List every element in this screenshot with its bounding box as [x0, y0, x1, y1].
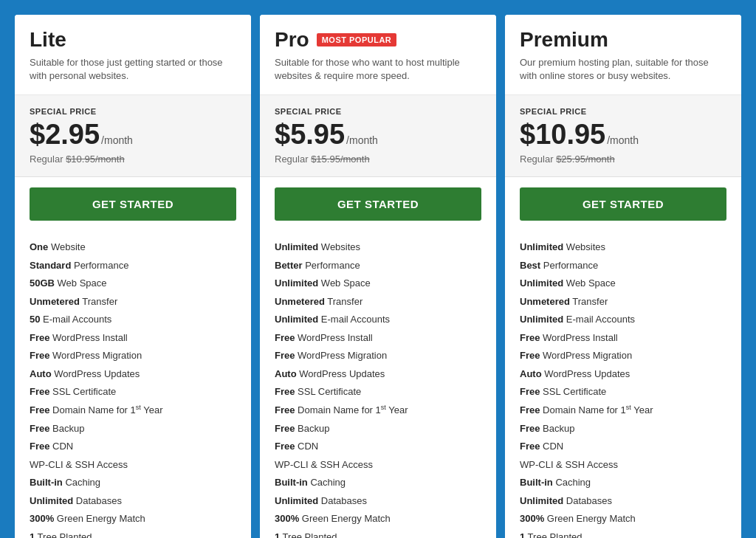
feature-item: Free Domain Name for 1st Year	[275, 403, 481, 418]
feature-item: Built-in Caching	[30, 475, 236, 490]
price-amount-lite: $2.95	[30, 119, 100, 151]
feature-item: Auto WordPress Updates	[520, 367, 726, 382]
plans-container: LiteSuitable for those just getting star…	[15, 15, 741, 538]
feature-item: Unmetered Transfer	[30, 294, 236, 309]
feature-item: Free WordPress Install	[520, 331, 726, 345]
feature-item: Unlimited Websites	[275, 240, 481, 255]
plan-card-pro: ProMOST POPULARSuitable for those who wa…	[260, 15, 496, 538]
plan-title-pro: Pro	[275, 28, 309, 52]
feature-item: Free CDN	[30, 439, 236, 454]
feature-item: Free WordPress Migration	[275, 348, 481, 363]
feature-item: Unmetered Transfer	[275, 294, 481, 309]
feature-item: Unlimited Databases	[275, 494, 481, 508]
plan-pricing-pro: SPECIAL PRICE$5.95/monthRegular $15.95/m…	[260, 95, 496, 177]
plan-description-pro: Suitable for those who want to host mult…	[275, 56, 481, 83]
feature-item: Better Performance	[275, 258, 481, 273]
plan-card-premium: PremiumOur premium hosting plan, suitabl…	[505, 15, 741, 538]
price-regular-pro: Regular $15.95/month	[275, 154, 481, 165]
plan-features-pro: Unlimited WebsitesBetter PerformanceUnli…	[260, 231, 496, 538]
special-price-label-pro: SPECIAL PRICE	[275, 107, 481, 116]
plan-pricing-premium: SPECIAL PRICE$10.95/monthRegular $25.95/…	[505, 95, 741, 177]
price-regular-premium: Regular $25.95/month	[520, 154, 726, 165]
feature-item: Free CDN	[275, 439, 481, 454]
plan-header-premium: PremiumOur premium hosting plan, suitabl…	[505, 15, 741, 95]
feature-item: Free Backup	[520, 421, 726, 436]
feature-item: Unlimited Databases	[520, 494, 726, 508]
get-started-button-premium[interactable]: GET STARTED	[520, 187, 726, 221]
plan-title-premium: Premium	[520, 28, 608, 52]
feature-item: Free SSL Certificate	[30, 384, 236, 399]
feature-item: Unmetered Transfer	[520, 294, 726, 309]
feature-item: Free SSL Certificate	[520, 384, 726, 399]
feature-item: Free Domain Name for 1st Year	[30, 403, 236, 418]
feature-item: 50GB Web Space	[30, 276, 236, 291]
price-regular-lite: Regular $10.95/month	[30, 154, 236, 165]
feature-item: Free Backup	[30, 421, 236, 436]
feature-item: Built-in Caching	[275, 475, 481, 490]
plan-title-lite: Lite	[30, 28, 66, 52]
feature-item: One Website	[30, 240, 236, 255]
feature-item: Unlimited Databases	[30, 494, 236, 508]
feature-item: Unlimited Web Space	[275, 276, 481, 291]
feature-item: Free WordPress Install	[30, 331, 236, 345]
feature-item: 50 E-mail Accounts	[30, 312, 236, 327]
feature-item: Unlimited Websites	[520, 240, 726, 255]
price-period-premium: /month	[607, 134, 639, 146]
plan-description-premium: Our premium hosting plan, suitable for t…	[520, 56, 726, 83]
feature-item: Built-in Caching	[520, 475, 726, 490]
feature-item: Unlimited E-mail Accounts	[275, 312, 481, 327]
feature-item: 300% Green Energy Match	[275, 511, 481, 526]
feature-item: WP-CLI & SSH Access	[30, 458, 236, 472]
feature-item: Auto WordPress Updates	[30, 367, 236, 382]
feature-item: Free WordPress Install	[275, 331, 481, 345]
feature-item: 1 Tree Planted	[520, 530, 726, 538]
get-started-button-lite[interactable]: GET STARTED	[30, 187, 236, 221]
feature-item: Standard Performance	[30, 258, 236, 273]
feature-item: Free WordPress Migration	[30, 348, 236, 363]
price-period-pro: /month	[346, 134, 378, 146]
plan-header-pro: ProMOST POPULARSuitable for those who wa…	[260, 15, 496, 95]
feature-item: Unlimited E-mail Accounts	[520, 312, 726, 327]
get-started-button-pro[interactable]: GET STARTED	[275, 187, 481, 221]
feature-item: Unlimited Web Space	[520, 276, 726, 291]
feature-item: Free WordPress Migration	[520, 348, 726, 363]
feature-item: WP-CLI & SSH Access	[275, 458, 481, 472]
feature-item: Free SSL Certificate	[275, 384, 481, 399]
special-price-label-premium: SPECIAL PRICE	[520, 107, 726, 116]
plan-header-lite: LiteSuitable for those just getting star…	[15, 15, 251, 95]
plan-pricing-lite: SPECIAL PRICE$2.95/monthRegular $10.95/m…	[15, 95, 251, 177]
special-price-label-lite: SPECIAL PRICE	[30, 107, 236, 116]
price-amount-premium: $10.95	[520, 119, 605, 151]
plan-features-lite: One WebsiteStandard Performance50GB Web …	[15, 231, 251, 538]
price-period-lite: /month	[101, 134, 133, 146]
feature-item: WP-CLI & SSH Access	[520, 458, 726, 472]
feature-item: 1 Tree Planted	[275, 530, 481, 538]
feature-item: 300% Green Energy Match	[30, 511, 236, 526]
feature-item: 1 Tree Planted	[30, 530, 236, 538]
feature-item: Auto WordPress Updates	[275, 367, 481, 382]
feature-item: 300% Green Energy Match	[520, 511, 726, 526]
price-amount-pro: $5.95	[275, 119, 345, 151]
most-popular-badge: MOST POPULAR	[317, 33, 397, 46]
feature-item: Best Performance	[520, 258, 726, 273]
feature-item: Free Domain Name for 1st Year	[520, 403, 726, 418]
feature-item: Free Backup	[275, 421, 481, 436]
plan-description-lite: Suitable for those just getting started …	[30, 56, 236, 83]
feature-item: Free CDN	[520, 439, 726, 454]
plan-card-lite: LiteSuitable for those just getting star…	[15, 15, 251, 538]
plan-features-premium: Unlimited WebsitesBest PerformanceUnlimi…	[505, 231, 741, 538]
